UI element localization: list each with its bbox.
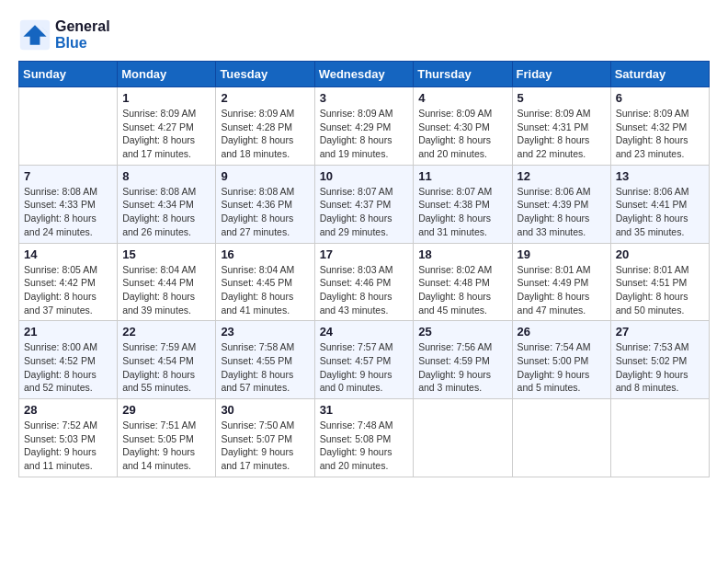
calendar-cell: 19Sunrise: 8:01 AM Sunset: 4:49 PM Dayli… xyxy=(512,243,610,321)
day-number: 19 xyxy=(518,247,606,261)
day-info: Sunrise: 8:06 AM Sunset: 4:41 PM Dayligh… xyxy=(616,185,704,239)
day-info: Sunrise: 8:05 AM Sunset: 4:42 PM Dayligh… xyxy=(24,263,112,317)
day-number: 4 xyxy=(418,91,506,105)
day-info: Sunrise: 7:51 AM Sunset: 5:05 PM Dayligh… xyxy=(122,419,210,473)
logo-icon xyxy=(18,18,51,52)
day-info: Sunrise: 8:00 AM Sunset: 4:52 PM Dayligh… xyxy=(24,340,112,395)
calendar-cell: 16Sunrise: 8:04 AM Sunset: 4:45 PM Dayli… xyxy=(216,243,314,321)
calendar-cell: 15Sunrise: 8:04 AM Sunset: 4:44 PM Dayli… xyxy=(118,243,216,321)
calendar-cell: 30Sunrise: 7:50 AM Sunset: 5:07 PM Dayli… xyxy=(216,399,314,477)
day-info: Sunrise: 8:06 AM Sunset: 4:39 PM Dayligh… xyxy=(518,185,606,239)
day-info: Sunrise: 8:08 AM Sunset: 4:36 PM Dayligh… xyxy=(221,185,309,239)
dow-monday: Monday xyxy=(118,62,216,87)
day-number: 18 xyxy=(418,247,506,261)
day-info: Sunrise: 8:01 AM Sunset: 4:49 PM Dayligh… xyxy=(518,263,606,317)
day-info: Sunrise: 8:08 AM Sunset: 4:33 PM Dayligh… xyxy=(24,185,112,239)
calendar-cell: 29Sunrise: 7:51 AM Sunset: 5:05 PM Dayli… xyxy=(118,399,216,477)
calendar-cell: 4Sunrise: 8:09 AM Sunset: 4:30 PM Daylig… xyxy=(414,87,512,166)
calendar-cell: 20Sunrise: 8:01 AM Sunset: 4:51 PM Dayli… xyxy=(610,243,709,321)
calendar-cell: 22Sunrise: 7:59 AM Sunset: 4:54 PM Dayli… xyxy=(118,321,216,399)
day-number: 9 xyxy=(221,169,309,183)
week-row-4: 21Sunrise: 8:00 AM Sunset: 4:52 PM Dayli… xyxy=(19,321,710,399)
day-number: 29 xyxy=(122,403,210,417)
day-info: Sunrise: 7:56 AM Sunset: 4:59 PM Dayligh… xyxy=(418,340,506,395)
dow-wednesday: Wednesday xyxy=(314,62,414,87)
calendar-cell: 11Sunrise: 8:07 AM Sunset: 4:38 PM Dayli… xyxy=(414,165,512,243)
calendar-cell: 7Sunrise: 8:08 AM Sunset: 4:33 PM Daylig… xyxy=(19,165,118,243)
day-number: 3 xyxy=(320,91,409,105)
calendar-cell: 25Sunrise: 7:56 AM Sunset: 4:59 PM Dayli… xyxy=(414,321,512,399)
calendar-cell: 5Sunrise: 8:09 AM Sunset: 4:31 PM Daylig… xyxy=(512,87,610,166)
day-info: Sunrise: 7:52 AM Sunset: 5:03 PM Dayligh… xyxy=(24,419,112,473)
calendar-cell: 23Sunrise: 7:58 AM Sunset: 4:55 PM Dayli… xyxy=(216,321,314,399)
day-number: 20 xyxy=(616,247,704,261)
calendar-cell: 24Sunrise: 7:57 AM Sunset: 4:57 PM Dayli… xyxy=(314,321,414,399)
calendar-cell: 10Sunrise: 8:07 AM Sunset: 4:37 PM Dayli… xyxy=(314,165,414,243)
dow-thursday: Thursday xyxy=(414,62,512,87)
day-number: 10 xyxy=(320,169,409,183)
day-number: 8 xyxy=(122,169,210,183)
day-number: 15 xyxy=(122,247,210,261)
day-info: Sunrise: 8:07 AM Sunset: 4:38 PM Dayligh… xyxy=(418,185,506,239)
day-number: 31 xyxy=(320,403,409,417)
day-number: 2 xyxy=(221,91,309,105)
day-number: 22 xyxy=(122,325,210,339)
calendar-cell: 2Sunrise: 8:09 AM Sunset: 4:28 PM Daylig… xyxy=(216,87,314,166)
day-info: Sunrise: 8:04 AM Sunset: 4:44 PM Dayligh… xyxy=(122,263,210,317)
dow-saturday: Saturday xyxy=(610,62,709,87)
day-number: 28 xyxy=(24,403,112,417)
calendar-cell: 21Sunrise: 8:00 AM Sunset: 4:52 PM Dayli… xyxy=(19,321,118,399)
calendar-table: SundayMondayTuesdayWednesdayThursdayFrid… xyxy=(18,61,710,477)
calendar-cell: 6Sunrise: 8:09 AM Sunset: 4:32 PM Daylig… xyxy=(610,87,709,166)
week-row-1: 1Sunrise: 8:09 AM Sunset: 4:27 PM Daylig… xyxy=(19,87,710,166)
calendar-cell xyxy=(414,399,512,477)
day-number: 26 xyxy=(518,325,606,339)
day-number: 25 xyxy=(418,325,506,339)
calendar-cell: 1Sunrise: 8:09 AM Sunset: 4:27 PM Daylig… xyxy=(118,87,216,166)
day-info: Sunrise: 8:09 AM Sunset: 4:32 PM Dayligh… xyxy=(616,107,704,161)
dow-friday: Friday xyxy=(512,62,610,87)
calendar-cell: 27Sunrise: 7:53 AM Sunset: 5:02 PM Dayli… xyxy=(610,321,709,399)
day-info: Sunrise: 8:07 AM Sunset: 4:37 PM Dayligh… xyxy=(320,185,409,239)
calendar-cell: 8Sunrise: 8:08 AM Sunset: 4:34 PM Daylig… xyxy=(118,165,216,243)
day-info: Sunrise: 8:02 AM Sunset: 4:48 PM Dayligh… xyxy=(418,263,506,317)
day-info: Sunrise: 7:59 AM Sunset: 4:54 PM Dayligh… xyxy=(122,340,210,395)
logo-text: General Blue xyxy=(55,18,110,52)
day-number: 27 xyxy=(616,325,704,339)
day-info: Sunrise: 7:58 AM Sunset: 4:55 PM Dayligh… xyxy=(221,340,309,395)
day-number: 14 xyxy=(24,247,112,261)
day-number: 7 xyxy=(24,169,112,183)
calendar-cell: 9Sunrise: 8:08 AM Sunset: 4:36 PM Daylig… xyxy=(216,165,314,243)
day-info: Sunrise: 7:54 AM Sunset: 5:00 PM Dayligh… xyxy=(518,340,606,395)
calendar-cell: 28Sunrise: 7:52 AM Sunset: 5:03 PM Dayli… xyxy=(19,399,118,477)
day-info: Sunrise: 8:09 AM Sunset: 4:30 PM Dayligh… xyxy=(418,107,506,161)
day-info: Sunrise: 8:01 AM Sunset: 4:51 PM Dayligh… xyxy=(616,263,704,317)
day-number: 17 xyxy=(320,247,409,261)
day-of-week-header: SundayMondayTuesdayWednesdayThursdayFrid… xyxy=(19,62,710,87)
day-info: Sunrise: 7:57 AM Sunset: 4:57 PM Dayligh… xyxy=(320,340,409,395)
calendar-cell: 12Sunrise: 8:06 AM Sunset: 4:39 PM Dayli… xyxy=(512,165,610,243)
calendar-cell: 18Sunrise: 8:02 AM Sunset: 4:48 PM Dayli… xyxy=(414,243,512,321)
calendar-cell: 17Sunrise: 8:03 AM Sunset: 4:46 PM Dayli… xyxy=(314,243,414,321)
week-row-3: 14Sunrise: 8:05 AM Sunset: 4:42 PM Dayli… xyxy=(19,243,710,321)
dow-sunday: Sunday xyxy=(19,62,118,87)
calendar-cell: 14Sunrise: 8:05 AM Sunset: 4:42 PM Dayli… xyxy=(19,243,118,321)
day-number: 30 xyxy=(221,403,309,417)
day-number: 12 xyxy=(518,169,606,183)
day-number: 16 xyxy=(221,247,309,261)
page-header: General Blue xyxy=(18,18,710,52)
day-number: 1 xyxy=(122,91,210,105)
week-row-2: 7Sunrise: 8:08 AM Sunset: 4:33 PM Daylig… xyxy=(19,165,710,243)
day-info: Sunrise: 7:50 AM Sunset: 5:07 PM Dayligh… xyxy=(221,419,309,473)
day-info: Sunrise: 7:48 AM Sunset: 5:08 PM Dayligh… xyxy=(320,419,409,473)
day-number: 13 xyxy=(616,169,704,183)
week-row-5: 28Sunrise: 7:52 AM Sunset: 5:03 PM Dayli… xyxy=(19,399,710,477)
calendar-cell xyxy=(610,399,709,477)
day-number: 6 xyxy=(616,91,704,105)
calendar-cell xyxy=(512,399,610,477)
day-info: Sunrise: 8:04 AM Sunset: 4:45 PM Dayligh… xyxy=(221,263,309,317)
calendar-cell: 31Sunrise: 7:48 AM Sunset: 5:08 PM Dayli… xyxy=(314,399,414,477)
day-info: Sunrise: 8:09 AM Sunset: 4:29 PM Dayligh… xyxy=(320,107,409,161)
logo: General Blue xyxy=(18,18,110,52)
day-info: Sunrise: 8:09 AM Sunset: 4:31 PM Dayligh… xyxy=(518,107,606,161)
